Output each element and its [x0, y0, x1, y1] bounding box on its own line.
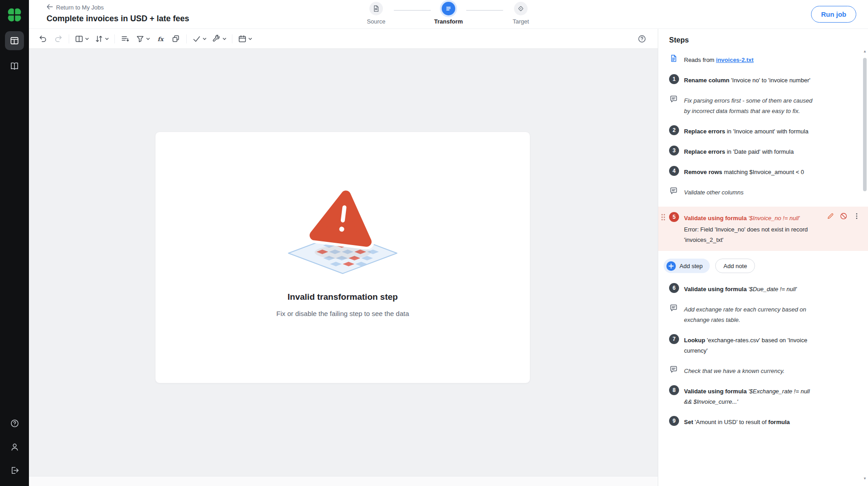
note-comment-icon	[669, 94, 679, 116]
validate-icon[interactable]	[190, 32, 208, 46]
wizard-step-label: Target	[513, 18, 529, 25]
step-item[interactable]: 8Validate using formula '$Exchange_rate …	[658, 385, 868, 407]
step-text-segment: Set	[684, 419, 693, 425]
wizard-step-label: Transform	[434, 18, 463, 25]
toolbar-divider	[186, 34, 187, 43]
step-number-badge: 5	[669, 212, 679, 222]
step-number-badge: 4	[669, 166, 679, 176]
source-file-icon	[369, 2, 383, 15]
step-text-segment: Replace errors	[684, 148, 725, 155]
step-text: Validate using formula '$Due_date != nul…	[684, 283, 814, 294]
scrollbar-thumb[interactable]	[863, 58, 867, 191]
horizontal-scroll-strip[interactable]	[29, 476, 658, 486]
step-text: Set 'Amount in USD' to result of formula	[684, 416, 814, 427]
transform-toolbar: fx	[29, 29, 658, 49]
step-text: Reads from invoices-2.txt	[684, 54, 814, 65]
error-message: Error: Field 'Invoice_no' does not exist…	[684, 224, 840, 245]
wizard-step-transform[interactable]: Transform	[431, 2, 466, 25]
note-item[interactable]: Validate other columns	[658, 186, 868, 198]
step-text-segment: matching $Invoice_amount < 0	[722, 169, 804, 175]
note-comment-icon	[669, 303, 679, 325]
help-icon[interactable]	[7, 415, 22, 431]
step-marker: 9	[669, 416, 679, 427]
step-marker: 7	[669, 334, 679, 356]
duplicate-icon[interactable]	[169, 32, 183, 46]
wizard-step-target[interactable]: Target	[503, 2, 538, 25]
step-number-badge: 3	[669, 146, 679, 156]
calendar-icon[interactable]	[236, 32, 254, 46]
step-text-segment: formula	[768, 419, 790, 425]
step-item[interactable]: 4Remove rows matching $Invoice_amount < …	[658, 166, 868, 177]
toolbar-divider	[114, 34, 115, 43]
rows-icon[interactable]	[118, 32, 132, 46]
wizard-step-source[interactable]: Source	[359, 2, 394, 25]
step-marker: 2	[669, 125, 679, 137]
redo-icon[interactable]	[52, 32, 65, 46]
toolbar-divider	[69, 34, 69, 43]
step-item[interactable]: 9Set 'Amount in USD' to result of formul…	[658, 416, 868, 427]
clover-logo[interactable]	[5, 5, 24, 25]
scroll-down-arrow-icon[interactable]: ▼	[862, 476, 868, 481]
warning-illustration	[275, 185, 410, 280]
step-text-segment: in 'Date paid' with formula	[725, 148, 794, 155]
app-sidebar	[0, 0, 29, 486]
step-marker: 6	[669, 283, 679, 294]
step-item[interactable]: 3Replace errors in 'Date paid' with form…	[658, 146, 868, 157]
sort-icon[interactable]	[93, 32, 111, 46]
edit-icon[interactable]	[826, 212, 835, 220]
run-job-button[interactable]: Run job	[811, 6, 856, 23]
note-comment-icon	[669, 186, 679, 198]
step-text: Add exchange rate for each currency base…	[684, 303, 814, 325]
wrench-icon[interactable]	[210, 32, 228, 46]
step-text-segment: Rename column	[684, 77, 729, 84]
filter-icon[interactable]	[134, 32, 152, 46]
top-header: Return to My Jobs Complete invoices in U…	[29, 0, 868, 29]
add-note-button[interactable]: Add note	[715, 259, 755, 273]
validation-error-step[interactable]: 5Validate using formula '$Invoice_no != …	[658, 207, 868, 251]
sign-out-icon[interactable]	[7, 462, 22, 478]
page-title: Complete invoices in USD + late fees	[47, 14, 189, 24]
note-item[interactable]: Fix parsing errors first - some of them …	[658, 94, 868, 116]
step-text-segment: Add exchange rate for each currency base…	[684, 306, 806, 323]
formula-icon[interactable]: fx	[154, 32, 167, 46]
step-item[interactable]: 7Lookup 'exchange-rates.csv' based on 'I…	[658, 334, 868, 356]
transform-list-icon	[442, 2, 455, 15]
columns-icon[interactable]	[73, 32, 91, 46]
step-text-segment: 'Invoice no' to 'invoice number'	[729, 77, 810, 84]
note-item[interactable]: Check that we have a known currency.	[658, 365, 868, 376]
undo-icon[interactable]	[36, 32, 50, 46]
help-icon[interactable]	[635, 32, 649, 46]
step-item[interactable]: 6Validate using formula '$Due_date != nu…	[658, 283, 868, 294]
more-icon[interactable]	[853, 212, 861, 220]
back-link-label: Return to My Jobs	[56, 4, 104, 11]
source-step-item[interactable]: Reads from invoices-2.txt	[658, 54, 868, 65]
add-step-button[interactable]: Add step	[664, 259, 710, 273]
step-text: Lookup 'exchange-rates.csv' based on 'In…	[684, 334, 814, 356]
scroll-up-arrow-icon[interactable]: ▲	[862, 49, 868, 54]
steps-list: Reads from invoices-2.txt1Rename column …	[658, 54, 868, 427]
step-text: Fix parsing errors first - some of them …	[684, 94, 814, 116]
step-text: Validate other columns	[684, 186, 814, 198]
step-text-segment: 'Amount in USD' to result of	[693, 419, 768, 425]
workspace-grid-icon[interactable]	[5, 31, 24, 50]
back-to-jobs-link[interactable]: Return to My Jobs	[47, 4, 104, 11]
disable-icon[interactable]	[840, 212, 848, 220]
note-comment-icon	[669, 365, 679, 376]
account-icon[interactable]	[7, 439, 22, 454]
step-item[interactable]: 1Rename column 'Invoice no' to 'invoice …	[658, 74, 868, 85]
step-marker: 5	[669, 212, 679, 245]
step-text: Replace errors in 'Invoice amount' with …	[684, 125, 814, 137]
invalid-step-card: Invalid transformation step Fix or disab…	[155, 132, 530, 383]
step-number-badge: 7	[669, 334, 679, 344]
library-book-icon[interactable]	[5, 57, 24, 75]
source-file-link[interactable]: invoices-2.txt	[716, 57, 754, 63]
step-item[interactable]: 2Replace errors in 'Invoice amount' with…	[658, 125, 868, 137]
step-number-badge: 8	[669, 385, 679, 395]
step-number-badge: 6	[669, 283, 679, 293]
note-item[interactable]: Add exchange rate for each currency base…	[658, 303, 868, 325]
step-text-segment: Lookup	[684, 337, 705, 344]
drag-handle-icon[interactable]	[660, 213, 665, 223]
step-text-segment: Check that we have a known currency.	[684, 368, 784, 374]
step-text-segment: Fix parsing errors first - some of them …	[684, 97, 812, 114]
step-number-badge: 1	[669, 74, 679, 84]
